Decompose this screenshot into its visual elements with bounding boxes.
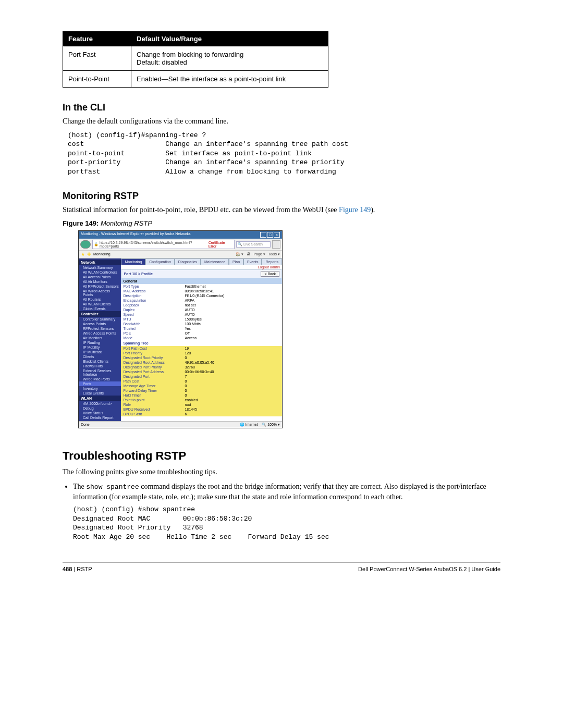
maximize-icon[interactable]: □ — [267, 232, 273, 238]
table-row: Hold Timer0 — [121, 393, 282, 398]
table-row: BPDU Sent6 — [121, 412, 282, 416]
sidebar-item[interactable]: IP Mobility — [79, 345, 121, 350]
sidebar-item[interactable]: All WLAN Clients — [79, 302, 121, 306]
star-icon[interactable]: ★ — [81, 252, 85, 257]
sidebar-item[interactable]: IP Routing — [79, 340, 121, 345]
key-cell: Bandwidth — [121, 322, 182, 326]
sidebar-item[interactable]: All Access Points — [79, 275, 121, 279]
sidebar-item[interactable]: Ports — [79, 381, 121, 386]
sidebar-item[interactable]: Clients — [79, 354, 121, 359]
sidebar-item[interactable]: All Air Monitors — [79, 279, 121, 284]
sidebar-item[interactable]: Global Events — [79, 306, 121, 311]
search-placeholder: Live Search — [243, 242, 263, 246]
lock-icon: 🔒 — [94, 242, 99, 246]
cli-block-spantree: (host) (config) #show spantree Designate… — [73, 505, 500, 541]
minimize-icon[interactable]: _ — [260, 232, 266, 238]
table-row: Message Age Timer0 — [121, 384, 282, 388]
value-cell: FE1/0 (RJ45 Connector) — [182, 293, 282, 298]
table-row: Point to pointenabled — [121, 398, 282, 402]
page: Feature Default Value/Range Port Fast Ch… — [0, 0, 563, 728]
value-cell: 0 — [182, 355, 282, 360]
add-favorite-icon[interactable]: ✚ — [87, 252, 91, 257]
key-cell: BPDU Sent — [121, 412, 182, 416]
sidebar-item[interactable]: Wired Access Points — [79, 331, 121, 336]
main-panel: MonitoringConfigurationDiagnosticsMainte… — [121, 258, 282, 421]
footer-rule — [63, 562, 500, 563]
value-cell: Off — [182, 331, 282, 336]
sidebar-item[interactable]: All Routers — [79, 297, 121, 302]
go-button[interactable] — [272, 240, 280, 249]
window-controls: _□× — [260, 232, 280, 238]
browser-content: NetworkNetwork SummaryAll WLAN Controlle… — [79, 258, 282, 421]
close-icon[interactable]: × — [274, 232, 280, 238]
internet-icon: 🌐 — [240, 423, 246, 426]
value-cell: Access — [182, 336, 282, 340]
sidebar-item[interactable]: All WLAN Controllers — [79, 270, 121, 275]
page-tab-label[interactable]: Monitoring — [93, 252, 111, 256]
page-footer: 488 | RSTP Dell PowerConnect W-Series Ar… — [63, 566, 500, 572]
value-cell: 7 — [182, 374, 282, 379]
cell-feature: Point-to-Point — [63, 71, 131, 88]
figure-title: Monitoring RSTP — [99, 219, 152, 227]
sidebar-item[interactable]: Wired Mac Ports — [79, 377, 121, 381]
sidebar-item[interactable]: Inventory — [79, 386, 121, 391]
cell-value: Change from blocking to forwarding Defau… — [131, 46, 328, 71]
figure-link[interactable]: Figure 149 — [339, 206, 371, 214]
tab[interactable]: Maintenance — [201, 258, 229, 265]
status-bar: Done 🌐 Internet 🔍 100% ▾ — [79, 421, 282, 428]
sidebar-item[interactable]: External Services Interface — [79, 368, 121, 377]
cli-intro-text: Change the default configurations via th… — [63, 116, 500, 127]
sidebar-item[interactable]: IP Multicast — [79, 350, 121, 354]
figure-caption: Figure 149: Monitoring RSTP — [63, 219, 500, 227]
sidebar-item[interactable]: Controller Summary — [79, 317, 121, 322]
key-cell: Message Age Timer — [121, 384, 182, 388]
back-forward-icon[interactable] — [80, 240, 91, 249]
value-cell: 6 — [182, 412, 282, 416]
status-zoom: 100% — [267, 423, 277, 426]
sidebar-item[interactable]: All RFProtect Sensors — [79, 284, 121, 289]
tools-menu[interactable]: Tools ▾ — [268, 252, 280, 256]
text: Statistical information for point-to-poi… — [63, 206, 339, 214]
logout-link[interactable]: Logout admin — [121, 265, 282, 269]
sidebar-item[interactable]: Access Points — [79, 322, 121, 326]
search-box[interactable]: 🔍 Live Search — [236, 241, 271, 248]
tab[interactable]: Reports — [262, 258, 282, 265]
sidebar-item[interactable]: Voice Status — [79, 411, 121, 415]
sidebar-item[interactable]: Firewall Hits — [79, 364, 121, 368]
sidebar-item[interactable]: Local Events — [79, 391, 121, 396]
sidebar-item[interactable]: Air Monitors — [79, 336, 121, 340]
sidebar-item[interactable]: RFProtect Sensors — [79, 326, 121, 331]
tab[interactable]: Plan — [229, 258, 243, 265]
table-row: Port TypeFastEthernet — [121, 284, 282, 289]
sidebar-item[interactable]: All Wired Access Points — [79, 289, 121, 297]
table-row: EncapsulationARPA — [121, 298, 282, 303]
key-cell: Speed — [121, 312, 182, 317]
table-row: Designated Port Priority32768 — [121, 365, 282, 369]
text: The — [73, 483, 86, 490]
value-cell: 100 Mbits — [182, 322, 282, 326]
address-bar[interactable]: 🔒 https://10.3.29.98:4343/screens/switch… — [92, 240, 235, 249]
sidebar-item[interactable]: Blacklist Clients — [79, 359, 121, 364]
page-menu[interactable]: Page ▾ — [253, 252, 265, 256]
sidebar-item[interactable]: Network Summary — [79, 265, 121, 270]
key-cell: Port Priority — [121, 351, 182, 355]
sidebar-item[interactable]: rfM-2000b found> — [79, 401, 121, 406]
key-cell: Port Path Cost — [121, 346, 182, 351]
certificate-error[interactable]: Certificate Error — [209, 241, 233, 248]
tab[interactable]: Diagnostics — [175, 258, 201, 265]
status-done: Done — [81, 423, 90, 427]
key-cell: POE — [121, 331, 182, 336]
sidebar-group-header: Controller — [79, 311, 121, 317]
tab[interactable]: Configuration — [145, 258, 175, 265]
value-cell: 19 — [182, 346, 282, 351]
key-cell: Description — [121, 293, 182, 298]
home-icon[interactable]: 🏠 ▾ — [236, 252, 243, 256]
sidebar-item[interactable]: Debug — [79, 406, 121, 411]
back-button[interactable]: < Back — [261, 271, 279, 277]
tab[interactable]: Events — [243, 258, 262, 265]
cell-feature: Port Fast — [63, 46, 131, 71]
value-cell: 0 — [182, 379, 282, 384]
print-icon[interactable]: 🖶 — [247, 252, 250, 256]
tab[interactable]: Monitoring — [121, 258, 145, 265]
sidebar-item[interactable]: Call Details Report — [79, 415, 121, 420]
